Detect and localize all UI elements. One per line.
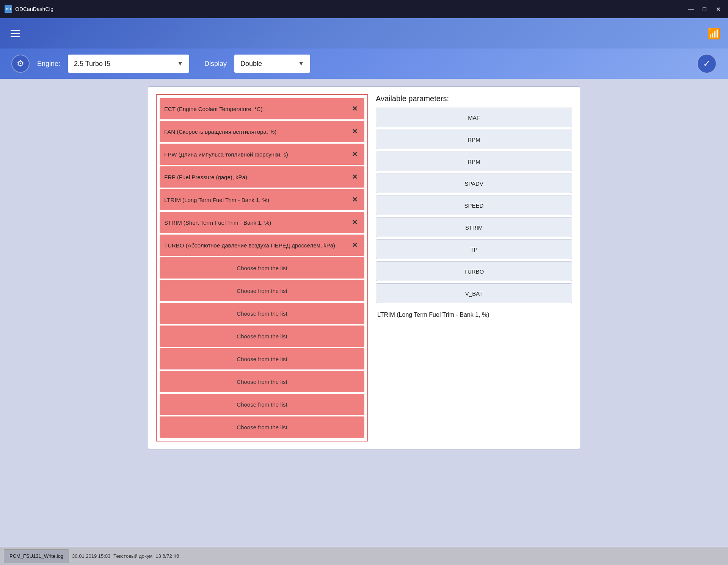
engine-dropdown[interactable]: 2.5 Turbo I5 ▼: [68, 55, 189, 73]
list-item[interactable]: ECT (Engine Coolant Temperature, *C) ✕: [160, 98, 364, 119]
choose-label: Choose from the list: [237, 333, 287, 340]
remove-param-button[interactable]: ✕: [350, 126, 360, 137]
param-text: FAN (Скорость вращения вентилятора, %): [164, 128, 350, 135]
available-param-label: TP: [470, 246, 477, 253]
available-param-button[interactable]: MAF: [376, 108, 572, 127]
available-params-column: Available parameters: MAF RPM RPM SPADV …: [376, 94, 572, 441]
confirm-button[interactable]: ✓: [697, 54, 717, 74]
wifi-icon: 📶: [707, 27, 720, 40]
checkmark-icon: ✓: [703, 58, 711, 69]
available-param-button[interactable]: RPM: [376, 130, 572, 149]
taskbar-sep1: 30.01.2019 15:03: [72, 553, 110, 559]
hamburger-menu[interactable]: [8, 27, 23, 40]
param-text: ECT (Engine Coolant Temperature, *C): [164, 106, 350, 112]
remove-param-button[interactable]: ✕: [350, 217, 360, 228]
main-content: ECT (Engine Coolant Temperature, *C) ✕ F…: [0, 79, 728, 564]
close-button[interactable]: ✕: [713, 4, 723, 14]
available-params-title: Available parameters:: [376, 94, 572, 103]
remove-param-button[interactable]: ✕: [350, 239, 360, 251]
maximize-button[interactable]: □: [699, 4, 710, 14]
remove-param-button[interactable]: ✕: [350, 149, 360, 160]
main-panel: ECT (Engine Coolant Temperature, *C) ✕ F…: [148, 86, 580, 449]
choose-label: Choose from the list: [237, 401, 287, 408]
param-text: STRIM (Short Term Fuel Trim - Bank 1, %): [164, 219, 350, 226]
taskbar-sep3: 13 б/72 Кб: [155, 553, 179, 559]
engine-label: Engine:: [37, 60, 60, 68]
remove-param-button[interactable]: ✕: [350, 171, 360, 183]
choose-label: Choose from the list: [237, 265, 287, 271]
param-text: LTRIM (Long Term Fuel Trim - Bank 1, %): [164, 197, 350, 203]
hamburger-line: [11, 33, 20, 34]
available-param-button[interactable]: SPEED: [376, 196, 572, 215]
choose-from-list-button[interactable]: Choose from the list: [160, 371, 364, 392]
available-param-label: RPM: [468, 158, 480, 165]
available-param-label: SPEED: [464, 202, 484, 209]
available-param-label: STRIM: [465, 224, 483, 231]
display-label: Display: [204, 60, 227, 68]
available-param-label: RPM: [468, 136, 480, 143]
list-item[interactable]: LTRIM (Long Term Fuel Trim - Bank 1, %) …: [160, 189, 364, 210]
choose-from-list-button[interactable]: Choose from the list: [160, 326, 364, 347]
available-param-button[interactable]: V_BAT: [376, 283, 572, 303]
choose-from-list-button[interactable]: Choose from the list: [160, 416, 364, 438]
choose-from-list-button[interactable]: Choose from the list: [160, 257, 364, 279]
remove-param-button[interactable]: ✕: [350, 103, 360, 114]
engine-value: 2.5 Turbo I5: [74, 60, 110, 68]
taskbar-sep2: Текстовый докум: [113, 553, 152, 559]
display-dropdown-arrow: ▼: [298, 60, 304, 67]
hamburger-line: [11, 30, 20, 31]
title-bar-left: OD ODCanDashCfg: [5, 5, 53, 13]
assigned-params-column: ECT (Engine Coolant Temperature, *C) ✕ F…: [156, 94, 368, 441]
choose-from-list-button[interactable]: Choose from the list: [160, 280, 364, 301]
taskbar-item[interactable]: PCM_FSU131_Write.log: [4, 549, 69, 563]
app-title: ODCanDashCfg: [15, 6, 53, 12]
display-value: Double: [240, 60, 262, 68]
title-bar: OD ODCanDashCfg — □ ✕: [0, 0, 728, 18]
choose-label: Choose from the list: [237, 310, 287, 317]
choose-from-list-button[interactable]: Choose from the list: [160, 394, 364, 415]
available-param-button[interactable]: STRIM: [376, 218, 572, 237]
list-item[interactable]: STRIM (Short Term Fuel Trim - Bank 1, %)…: [160, 212, 364, 233]
window-controls: — □ ✕: [686, 4, 723, 14]
available-param-label: TURBO: [464, 268, 484, 275]
engine-dropdown-arrow: ▼: [177, 60, 183, 67]
available-param-button[interactable]: TP: [376, 239, 572, 259]
remove-param-button[interactable]: ✕: [350, 194, 360, 205]
choose-from-list-button[interactable]: Choose from the list: [160, 348, 364, 369]
list-item[interactable]: FAN (Скорость вращения вентилятора, %) ✕: [160, 121, 364, 142]
choose-label: Choose from the list: [237, 379, 287, 385]
list-item[interactable]: TURBO (Абсолютное давление воздуха ПЕРЕД…: [160, 235, 364, 256]
choose-label: Choose from the list: [237, 288, 287, 294]
choose-label: Choose from the list: [237, 424, 287, 430]
list-item[interactable]: FPW (Длина импульса топливной форсунки, …: [160, 144, 364, 165]
settings-button[interactable]: ⚙: [11, 55, 30, 73]
taskbar: PCM_FSU131_Write.log 30.01.2019 15:03 Те…: [0, 547, 728, 565]
param-text: TURBO (Абсолютное давление воздуха ПЕРЕД…: [164, 242, 350, 249]
available-param-button[interactable]: RPM: [376, 152, 572, 171]
app-icon: OD: [5, 5, 12, 13]
choose-from-list-button[interactable]: Choose from the list: [160, 303, 364, 324]
hamburger-line: [11, 36, 20, 37]
list-item[interactable]: FRP (Fuel Pressure (gage), kPa) ✕: [160, 166, 364, 188]
config-bar: ⚙ Engine: 2.5 Turbo I5 ▼ Display Double …: [0, 49, 728, 79]
minimize-button[interactable]: —: [686, 4, 696, 14]
nav-bar: 📶: [0, 18, 728, 49]
selected-param-info: LTRIM (Long Term Fuel Trim - Bank 1, %): [376, 308, 572, 321]
available-param-button[interactable]: SPADV: [376, 174, 572, 193]
available-param-button[interactable]: TURBO: [376, 261, 572, 281]
param-text: FPW (Длина импульса топливной форсунки, …: [164, 151, 350, 158]
param-text: FRP (Fuel Pressure (gage), kPa): [164, 174, 350, 180]
choose-label: Choose from the list: [237, 356, 287, 362]
available-param-label: MAF: [468, 114, 480, 121]
display-dropdown[interactable]: Double ▼: [234, 55, 310, 73]
available-param-label: V_BAT: [465, 290, 483, 297]
available-param-label: SPADV: [464, 180, 483, 187]
